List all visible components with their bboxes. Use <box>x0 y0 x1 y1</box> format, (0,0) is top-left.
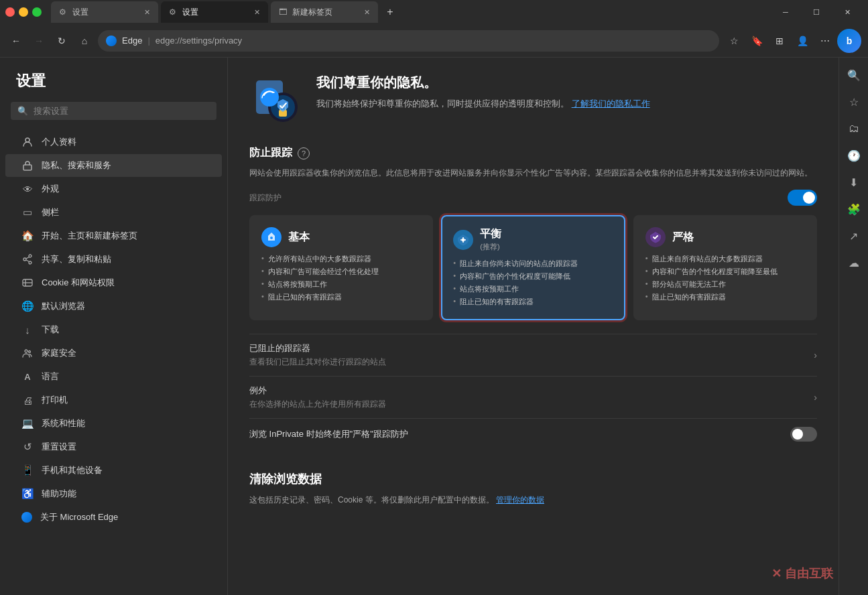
settings-content: 我们尊重你的隐私。 我们将始终保护和尊重你的隐私，同时提供应得的透明度和控制。 … <box>228 58 839 595</box>
maximize-button[interactable]: ☐ <box>801 0 832 24</box>
tab-new-tab[interactable]: 🗔 新建标签页 ✕ <box>271 1 378 23</box>
svg-point-3 <box>29 261 32 264</box>
sidebar-item-accessibility[interactable]: ♿ 辅助功能 <box>5 482 222 505</box>
privacy-desc: 我们将始终保护和尊重你的隐私，同时提供应得的透明度和控制。 了解我们的隐私工作 <box>316 97 650 111</box>
svg-point-13 <box>260 88 279 107</box>
balanced-card-title-wrap: 平衡 (推荐) <box>480 227 501 252</box>
blocked-trackers-row[interactable]: 已阻止的跟踪器 查看我们已阻止其对你进行跟踪的站点 › <box>249 334 817 376</box>
zoom-icon[interactable]: 🔍 <box>842 63 866 87</box>
search-input[interactable] <box>34 106 210 116</box>
tab-close-1[interactable]: ✕ <box>144 8 150 17</box>
strict-title: 严格 <box>672 230 694 245</box>
system-label: 系统和性能 <box>42 417 85 429</box>
family-icon <box>21 347 34 359</box>
balanced-icon <box>453 230 473 250</box>
sidebar-item-sidebar[interactable]: ▭ 侧栏 <box>5 201 222 224</box>
strict-feature-2: 内容和广告的个性化程度可能降至最低 <box>645 265 805 278</box>
tab-close-3[interactable]: ✕ <box>364 8 370 17</box>
system-icon: 💻 <box>21 417 34 429</box>
sidebar-item-profile[interactable]: 个人资料 <box>5 131 222 153</box>
startpage-icon: 🏠 <box>21 230 34 242</box>
window-control-close[interactable] <box>5 7 15 17</box>
tracking-section: 防止跟踪 ? 网站会使用跟踪器收集你的浏览信息。此信息将用于改进网站服务并向你显… <box>249 146 817 450</box>
downloads-label: 下载 <box>42 324 59 336</box>
sidebar-item-appearance[interactable]: 👁 外观 <box>5 178 222 200</box>
collections-icon[interactable]: 🔖 <box>746 30 767 52</box>
privacy-icon <box>21 159 34 172</box>
sidebar-item-privacy[interactable]: 隐私、搜索和服务 <box>5 154 222 177</box>
titlebar: ⚙ 设置 ✕ ⚙ 设置 ✕ 🗔 新建标签页 ✕ + ─ ☐ ✕ <box>0 0 868 24</box>
favorites-sidebar-icon[interactable]: ☆ <box>842 90 866 114</box>
refresh-button[interactable]: ↻ <box>52 31 71 50</box>
extensions-sidebar-icon[interactable]: 🧩 <box>842 197 866 221</box>
cookies-label: Cookie 和网站权限 <box>42 277 115 289</box>
privacy-label: 隐私、搜索和服务 <box>42 159 111 172</box>
svg-point-16 <box>462 238 465 241</box>
tracking-card-balanced[interactable]: 平衡 (推荐) 阻止来自你尚未访问的站点的跟踪器 内容和广告的个性化程度可能降低… <box>441 215 625 320</box>
sidebar-item-cookies[interactable]: Cookie 和网站权限 <box>5 271 222 294</box>
tracking-title-row: 防止跟踪 ? <box>249 146 817 160</box>
balanced-card-header: 平衡 (推荐) <box>453 227 613 252</box>
svg-point-15 <box>270 237 273 239</box>
window-control-maximize[interactable] <box>32 7 42 17</box>
sidebar-item-system[interactable]: 💻 系统和性能 <box>5 412 222 435</box>
sidebar-item-share[interactable]: 共享、复制和粘贴 <box>5 248 222 271</box>
back-button[interactable]: ← <box>7 31 25 50</box>
window-control-minimize[interactable] <box>19 7 28 17</box>
bing-button[interactable]: b <box>837 29 861 53</box>
account-icon[interactable]: 👤 <box>792 30 813 52</box>
new-tab-button[interactable]: + <box>381 3 399 21</box>
strict-feature-1: 阻止来自所有站点的大多数跟踪器 <box>645 253 805 265</box>
sidebar-icon: ▭ <box>21 206 34 218</box>
sidebar-item-about[interactable]: 关于 Microsoft Edge <box>5 506 222 529</box>
inprivate-toggle[interactable] <box>790 427 817 442</box>
sidebar-item-printer[interactable]: 🖨 打印机 <box>5 389 222 411</box>
accessibility-label: 辅助功能 <box>42 488 76 500</box>
tracking-toggle-row: 跟踪防护 <box>249 190 817 206</box>
address-bar[interactable]: Edge | edge://settings/privacy <box>98 30 719 52</box>
sidebar-item-browser[interactable]: 🌐 默认浏览器 <box>5 295 222 318</box>
reset-icon: ↺ <box>21 441 34 453</box>
extensions-icon[interactable]: ⊞ <box>769 30 790 52</box>
sidebar-item-language[interactable]: A 语言 <box>5 365 222 388</box>
printer-label: 打印机 <box>42 394 68 406</box>
minimize-button[interactable]: ─ <box>770 0 801 24</box>
downloads-sidebar-icon[interactable]: ⬇ <box>842 170 866 194</box>
home-button[interactable]: ⌂ <box>75 31 94 50</box>
svg-point-9 <box>29 351 31 353</box>
forward-button[interactable]: → <box>29 31 48 50</box>
printer-icon: 🖨 <box>21 394 34 406</box>
cloud-sidebar-icon[interactable]: ☁ <box>842 251 866 275</box>
privacy-link[interactable]: 了解我们的隐私工作 <box>572 98 650 109</box>
tab-close-2[interactable]: ✕ <box>254 8 260 17</box>
tracking-card-basic[interactable]: 基本 允许所有站点中的大多数跟踪器 内容和广告可能会经过个性化处理 站点将按预期… <box>249 215 433 320</box>
svg-point-8 <box>25 350 27 352</box>
favorites-icon[interactable]: ☆ <box>723 30 745 52</box>
sidebar-item-downloads[interactable]: ↓ 下载 <box>5 318 222 341</box>
sidebar-item-mobile[interactable]: 📱 手机和其他设备 <box>5 459 222 482</box>
basic-title: 基本 <box>288 230 310 245</box>
close-button[interactable]: ✕ <box>832 0 863 24</box>
gear-icon-tab1: ⚙ <box>59 7 68 17</box>
share-sidebar-icon[interactable]: ↗ <box>842 224 866 248</box>
tracking-card-strict[interactable]: 严格 阻止来自所有站点的大多数跟踪器 内容和广告的个性化程度可能降至最低 部分站… <box>633 215 817 320</box>
collections-sidebar-icon[interactable]: 🗂 <box>842 117 866 141</box>
privacy-illustration <box>249 74 303 127</box>
reset-label: 重置设置 <box>42 441 76 453</box>
sidebar-item-startpage[interactable]: 🏠 开始、主页和新建标签页 <box>5 224 222 247</box>
profile-icon <box>21 136 34 148</box>
browser-name: Edge <box>122 36 142 46</box>
sidebar-item-family[interactable]: 家庭安全 <box>5 342 222 365</box>
blocked-trackers-desc: 查看我们已阻止其对你进行跟踪的站点 <box>249 356 386 368</box>
history-sidebar-icon[interactable]: 🕐 <box>842 143 866 168</box>
sidebar-item-reset[interactable]: ↺ 重置设置 <box>5 436 222 458</box>
tracking-toggle[interactable] <box>788 190 817 206</box>
tab-settings-1[interactable]: ⚙ 设置 ✕ <box>51 1 158 23</box>
settings-more-icon[interactable]: ⋯ <box>814 30 836 52</box>
clear-desc: 这包括历史记录、密码、Cookie 等。将仅删除此用户配置中的数据。 管理你的数… <box>249 494 817 506</box>
tracking-help-icon[interactable]: ? <box>298 147 310 159</box>
exceptions-row[interactable]: 例外 在你选择的站点上允许使用所有跟踪器 › <box>249 376 817 418</box>
search-box[interactable]: 🔍 <box>11 102 216 120</box>
tab-settings-2[interactable]: ⚙ 设置 ✕ <box>161 1 268 23</box>
manage-link[interactable]: 管理你的数据 <box>496 495 544 505</box>
